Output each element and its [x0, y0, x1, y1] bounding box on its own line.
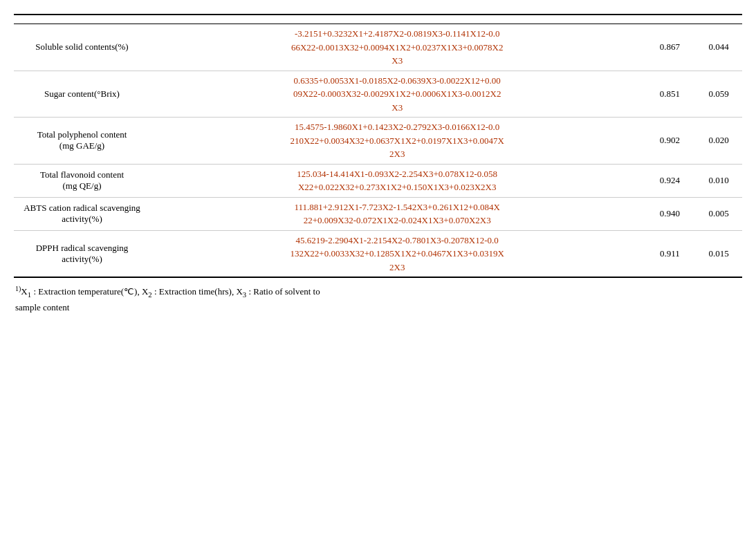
- header-equation: [150, 15, 644, 24]
- equation-cell: 0.6335+0.0053X1-0.0185X2-0.0639X3-0.0022…: [150, 71, 644, 118]
- equation-cell: 45.6219-2.2904X1-2.2154X2-0.7801X3-0.207…: [150, 230, 644, 277]
- r2-cell: 0.911: [644, 230, 695, 277]
- data-table: Soluble solid contents(%)-3.2151+0.3232X…: [14, 15, 742, 277]
- table-row: ABTS cation radical scavengingactivity(%…: [14, 197, 742, 230]
- header-r2: [644, 15, 695, 24]
- response-cell: Soluble solid contents(%): [14, 24, 150, 71]
- response-cell: DPPH radical scavengingactivity(%): [14, 230, 150, 277]
- table-header-row: [14, 15, 742, 24]
- r2-cell: 0.867: [644, 24, 695, 71]
- p-cell: 0.015: [695, 230, 742, 277]
- p-cell: 0.020: [695, 118, 742, 165]
- equation-cell: -3.2151+0.3232X1+2.4187X2-0.0819X3-0.114…: [150, 24, 644, 71]
- equation-cell: 111.881+2.912X1-7.723X2-1.542X3+0.261X12…: [150, 197, 644, 230]
- r2-cell: 0.940: [644, 197, 695, 230]
- table-row: Sugar content(°Brix)0.6335+0.0053X1-0.01…: [14, 71, 742, 118]
- p-cell: 0.044: [695, 24, 742, 71]
- response-cell: ABTS cation radical scavengingactivity(%…: [14, 197, 150, 230]
- table-row: DPPH radical scavengingactivity(%)45.621…: [14, 230, 742, 277]
- main-table-wrapper: Soluble solid contents(%)-3.2151+0.3232X…: [14, 14, 742, 278]
- r2-cell: 0.902: [644, 118, 695, 165]
- table-footnote: 1)X1 : Extraction temperature(℃), X2 : E…: [14, 283, 742, 315]
- response-cell: Total flavonoid content(mg QE/g): [14, 164, 150, 197]
- table-row: Total polyphenol content(mg GAE/g)15.457…: [14, 118, 742, 165]
- equation-cell: 125.034-14.414X1-0.093X2-2.254X3+0.078X1…: [150, 164, 644, 197]
- p-cell: 0.005: [695, 197, 742, 230]
- r2-cell: 0.924: [644, 164, 695, 197]
- r2-cell: 0.851: [644, 71, 695, 118]
- table-row: Total flavonoid content(mg QE/g)125.034-…: [14, 164, 742, 197]
- p-cell: 0.059: [695, 71, 742, 118]
- header-p: [695, 15, 742, 24]
- equation-cell: 15.4575-1.9860X1+0.1423X2-0.2792X3-0.016…: [150, 118, 644, 165]
- response-cell: Total polyphenol content(mg GAE/g): [14, 118, 150, 165]
- header-response: [14, 15, 150, 24]
- table-row: Soluble solid contents(%)-3.2151+0.3232X…: [14, 24, 742, 71]
- response-cell: Sugar content(°Brix): [14, 71, 150, 118]
- p-cell: 0.010: [695, 164, 742, 197]
